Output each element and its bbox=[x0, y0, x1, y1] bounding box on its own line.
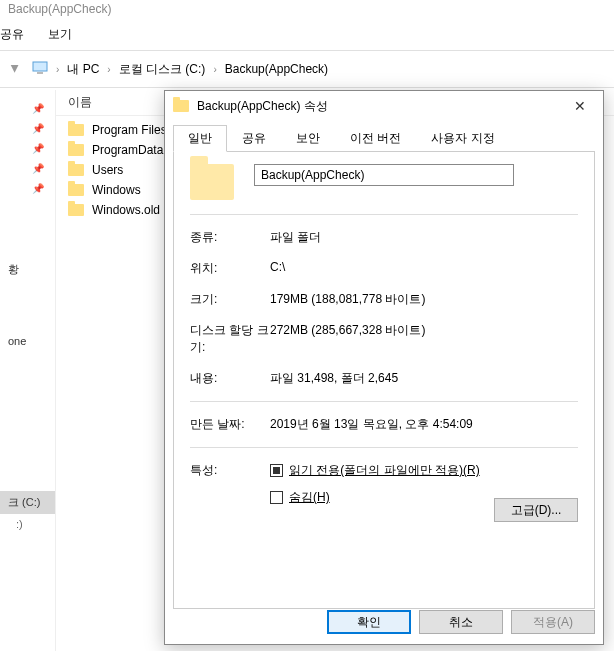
crumb-drive[interactable]: 로컬 디스크 (C:) bbox=[119, 61, 206, 78]
window-title: Backup(AppCheck) bbox=[0, 0, 614, 24]
value-type: 파일 폴더 bbox=[270, 229, 578, 246]
folder-icon bbox=[68, 124, 84, 136]
label-size: 크기: bbox=[190, 291, 270, 308]
label-type: 종류: bbox=[190, 229, 270, 246]
file-name: Program Files bbox=[92, 123, 167, 137]
menu-share[interactable]: 공유 bbox=[0, 26, 24, 46]
chevron-down-icon[interactable]: ▶ bbox=[4, 57, 28, 81]
checkbox-hidden[interactable]: 숨김(H) bbox=[270, 489, 330, 506]
folder-name-input[interactable] bbox=[254, 164, 514, 186]
pin-icon[interactable]: 📌 bbox=[0, 178, 56, 198]
pin-icon[interactable]: 📌 bbox=[0, 158, 56, 178]
crumb-folder[interactable]: Backup(AppCheck) bbox=[225, 62, 328, 76]
hidden-label: 숨김(H) bbox=[289, 489, 330, 506]
divider bbox=[190, 401, 578, 402]
dialog-titlebar[interactable]: Backup(AppCheck) 속성 ✕ bbox=[165, 91, 603, 121]
readonly-label: 읽기 전용(폴더의 파일에만 적용)(R) bbox=[289, 462, 480, 479]
ok-button[interactable]: 확인 bbox=[327, 610, 411, 634]
checkbox-empty-icon bbox=[270, 491, 283, 504]
toolbar: ▶ › 내 PC › 로컬 디스크 (C:) › Backup(AppCheck… bbox=[0, 53, 614, 85]
menu-view[interactable]: 보기 bbox=[48, 26, 72, 46]
folder-icon bbox=[68, 184, 84, 196]
dialog-title: Backup(AppCheck) 속성 bbox=[197, 98, 328, 115]
dialog-buttons: 확인 취소 적용(A) bbox=[173, 610, 595, 634]
apply-button[interactable]: 적용(A) bbox=[511, 610, 595, 634]
nav-pane: 📌 📌 📌 📌 📌 황 one 크 (C:) :) bbox=[0, 90, 56, 651]
folder-icon bbox=[68, 144, 84, 156]
label-contains: 내용: bbox=[190, 370, 270, 387]
folder-icon bbox=[68, 204, 84, 216]
value-contains: 파일 31,498, 폴더 2,645 bbox=[270, 370, 578, 387]
tab-general[interactable]: 일반 bbox=[173, 125, 227, 152]
properties-dialog: Backup(AppCheck) 속성 ✕ 일반 공유 보안 이전 버전 사용자… bbox=[164, 90, 604, 645]
checkbox-readonly[interactable]: 읽기 전용(폴더의 파일에만 적용)(R) bbox=[270, 462, 480, 479]
divider bbox=[0, 50, 614, 51]
label-created: 만든 날짜: bbox=[190, 416, 270, 433]
side-status: 황 bbox=[0, 258, 55, 281]
side-drive[interactable]: 크 (C:) bbox=[0, 491, 55, 514]
chevron-right-icon[interactable]: › bbox=[56, 64, 59, 75]
chevron-right-icon: › bbox=[213, 64, 216, 75]
value-created: 2019년 6월 13일 목요일, 오후 4:54:09 bbox=[270, 416, 578, 433]
checkbox-indeterminate-icon bbox=[270, 464, 283, 477]
value-disk-size: 272MB (285,667,328 바이트) bbox=[270, 322, 578, 339]
tab-share[interactable]: 공유 bbox=[227, 125, 281, 152]
cancel-button[interactable]: 취소 bbox=[419, 610, 503, 634]
value-location: C:\ bbox=[270, 260, 578, 274]
divider bbox=[190, 447, 578, 448]
pin-icon[interactable]: 📌 bbox=[0, 138, 56, 158]
file-name: Windows.old bbox=[92, 203, 160, 217]
label-location: 위치: bbox=[190, 260, 270, 277]
folder-icon bbox=[190, 164, 234, 200]
folder-icon bbox=[173, 100, 189, 112]
pin-icon[interactable]: 📌 bbox=[0, 118, 56, 138]
divider bbox=[0, 87, 614, 88]
crumb-pc[interactable]: 내 PC bbox=[67, 61, 99, 78]
label-attributes: 특성: bbox=[190, 462, 270, 479]
label-disk-size: 디스크 할당 크기: bbox=[190, 322, 270, 356]
close-icon[interactable]: ✕ bbox=[565, 98, 595, 114]
value-size: 179MB (188,081,778 바이트) bbox=[270, 291, 578, 308]
file-name: ProgramData bbox=[92, 143, 163, 157]
svg-rect-1 bbox=[37, 72, 43, 74]
svg-rect-0 bbox=[33, 62, 47, 71]
file-name: Windows bbox=[92, 183, 141, 197]
pc-icon bbox=[32, 61, 48, 78]
tab-security[interactable]: 보안 bbox=[281, 125, 335, 152]
side-drive-sub[interactable]: :) bbox=[0, 514, 55, 534]
file-name: Users bbox=[92, 163, 123, 177]
tab-customize[interactable]: 사용자 지정 bbox=[416, 125, 509, 152]
side-one[interactable]: one bbox=[0, 331, 55, 351]
tab-previous-versions[interactable]: 이전 버전 bbox=[335, 125, 416, 152]
menu-bar: 공유 보기 bbox=[0, 24, 614, 48]
divider bbox=[190, 214, 578, 215]
tab-strip: 일반 공유 보안 이전 버전 사용자 지정 bbox=[165, 121, 603, 152]
pin-icon[interactable]: 📌 bbox=[0, 98, 56, 118]
advanced-button[interactable]: 고급(D)... bbox=[494, 498, 578, 522]
folder-icon bbox=[68, 164, 84, 176]
breadcrumb: › 내 PC › 로컬 디스크 (C:) › Backup(AppCheck) bbox=[52, 61, 610, 78]
chevron-right-icon: › bbox=[107, 64, 110, 75]
tab-panel-general: 종류:파일 폴더 위치:C:\ 크기:179MB (188,081,778 바이… bbox=[173, 151, 595, 609]
